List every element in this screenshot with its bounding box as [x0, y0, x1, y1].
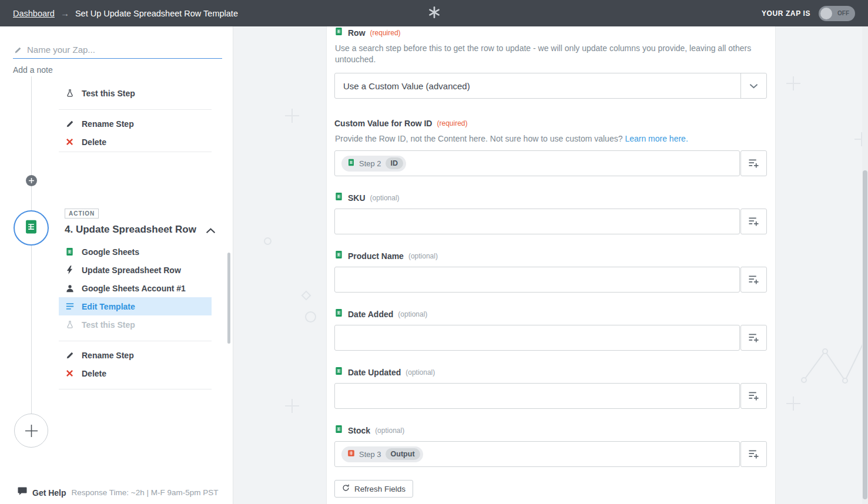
- custom-value-label: Custom Value for Row ID: [334, 119, 432, 128]
- date-updated-input[interactable]: [334, 383, 740, 409]
- add-step-button-small[interactable]: [26, 175, 37, 186]
- chevron-up-icon[interactable]: [206, 226, 216, 236]
- action-badge: ACTION: [65, 209, 99, 219]
- date-updated-field-label: Date Updated: [348, 368, 401, 377]
- menu-label: Update Spreadsheet Row: [82, 266, 181, 275]
- template-lines-icon: [65, 303, 75, 310]
- insert-field-button[interactable]: [740, 325, 767, 351]
- menu-label: Delete: [82, 137, 106, 147]
- action-step-circle[interactable]: [14, 210, 49, 246]
- insert-field-button[interactable]: [740, 150, 767, 176]
- decor-square: [301, 291, 311, 301]
- decor-zigzag: [792, 326, 868, 399]
- action-event-row[interactable]: Update Spreadsheet Row: [59, 261, 212, 279]
- menu-delete[interactable]: Delete: [59, 133, 212, 151]
- action-app-row[interactable]: Google Sheets: [59, 243, 212, 261]
- date-added-input[interactable]: [334, 325, 740, 351]
- menu-label: Edit Template: [82, 302, 135, 311]
- learn-more-link[interactable]: Learn more here.: [625, 134, 688, 143]
- menu-label: Google Sheets Account #1: [82, 284, 186, 293]
- step2-id-pill[interactable]: Step 2 ID: [341, 156, 406, 172]
- insert-field-button[interactable]: [740, 383, 767, 409]
- action-account-row[interactable]: Google Sheets Account #1: [59, 279, 212, 297]
- required-tag: (required): [370, 29, 401, 37]
- stock-field-label: Stock: [348, 426, 370, 435]
- menu-label: Test this Step: [82, 89, 135, 98]
- pencil-icon: [65, 120, 75, 128]
- delete-x-icon: [65, 138, 75, 146]
- date-added-field-label: Date Added: [348, 310, 393, 319]
- step3-output-pill[interactable]: Step 3 Output: [341, 446, 423, 462]
- lightning-icon: [65, 266, 75, 274]
- zap-status-label: YOUR ZAP IS: [762, 9, 810, 18]
- decor-circle: [264, 237, 272, 245]
- action-step-title: 4. Update Spreadsheet Row: [65, 224, 203, 236]
- pill-step-label: Step 3: [359, 450, 381, 459]
- sku-input[interactable]: [334, 209, 740, 234]
- sidebar: Add a note Test this Step Rename Step De…: [0, 26, 233, 504]
- chevron-down-icon[interactable]: [740, 73, 766, 98]
- zapier-logo-icon: [427, 5, 441, 21]
- add-note-link[interactable]: Add a note: [13, 65, 53, 75]
- row-help-text: Use a search step before this to get the…: [335, 43, 752, 65]
- optional-tag: (optional): [370, 194, 400, 202]
- person-icon: [65, 284, 75, 293]
- divider: [59, 341, 212, 341]
- delete-x-icon: [65, 369, 75, 377]
- stock-input[interactable]: Step 3 Output: [334, 441, 740, 467]
- custom-value-input[interactable]: Step 2 ID: [334, 150, 740, 176]
- optional-tag: (optional): [408, 252, 438, 260]
- decor-circle: [305, 311, 316, 322]
- custom-value-help: Provide the Row ID, not the Content here…: [335, 133, 752, 145]
- page-scrollbar-thumb[interactable]: [863, 170, 867, 499]
- menu-test-this-step[interactable]: Test this Step: [59, 84, 212, 102]
- refresh-icon: [342, 484, 350, 493]
- decor-plus: [786, 76, 800, 93]
- dashboard-link[interactable]: Dashboard: [13, 9, 55, 18]
- insert-field-button[interactable]: [740, 441, 767, 467]
- menu-label: Rename Step: [82, 119, 134, 129]
- action-edit-template-row[interactable]: Edit Template: [59, 297, 212, 315]
- optional-tag: (optional): [375, 426, 404, 435]
- google-sheets-icon: [334, 250, 343, 261]
- add-step-button-large[interactable]: [14, 414, 48, 448]
- required-tag: (required): [437, 119, 467, 127]
- menu-label: Delete: [82, 369, 106, 378]
- flask-icon: [65, 320, 75, 329]
- refresh-fields-button[interactable]: Refresh Fields: [334, 480, 413, 498]
- row-select-value: Use a Custom Value (advanced): [335, 81, 740, 91]
- zap-name-input[interactable]: [13, 43, 222, 59]
- menu-label: Rename Step: [82, 351, 134, 360]
- menu-label: Test this Step: [82, 320, 135, 330]
- insert-field-button[interactable]: [740, 209, 767, 234]
- zap-on-off-toggle[interactable]: OFF: [819, 6, 855, 21]
- menu-rename-step[interactable]: Rename Step: [59, 115, 212, 133]
- divider: [59, 109, 212, 110]
- product-name-field-label: Product Name: [348, 251, 404, 261]
- step3-app-icon: [347, 449, 355, 459]
- response-time-text: Response Time: ~2h | M-F 9am-5pm PST: [72, 488, 219, 497]
- action-rename-step-row[interactable]: Rename Step: [59, 346, 212, 364]
- toggle-knob: [820, 8, 832, 19]
- get-help-link[interactable]: Get Help: [32, 488, 66, 498]
- product-name-input[interactable]: [334, 267, 740, 293]
- flask-icon: [65, 89, 75, 98]
- insert-field-button[interactable]: [740, 267, 767, 293]
- chat-bubble-icon: [18, 487, 27, 498]
- google-sheets-icon: [65, 247, 75, 256]
- action-test-step-row[interactable]: Test this Step: [59, 315, 212, 334]
- refresh-label: Refresh Fields: [354, 485, 405, 493]
- row-select[interactable]: Use a Custom Value (advanced): [334, 73, 767, 99]
- action-delete-row[interactable]: Delete: [59, 364, 212, 382]
- edit-template-panel: Row (required) Use a search step before …: [326, 26, 776, 504]
- sku-field-label: SKU: [348, 193, 366, 203]
- toggle-off-label: OFF: [837, 10, 849, 16]
- pill-field-tag: ID: [386, 157, 404, 169]
- google-sheets-icon: [334, 425, 343, 436]
- google-sheets-icon: [334, 367, 343, 378]
- sidebar-scrollbar[interactable]: [227, 253, 230, 344]
- google-sheets-icon: [334, 27, 343, 38]
- pill-step-label: Step 2: [359, 159, 381, 168]
- topbar: Dashboard → Set Up Update Spreadsheet Ro…: [0, 0, 868, 26]
- page-title: Set Up Update Spreadsheet Row Template: [75, 9, 238, 18]
